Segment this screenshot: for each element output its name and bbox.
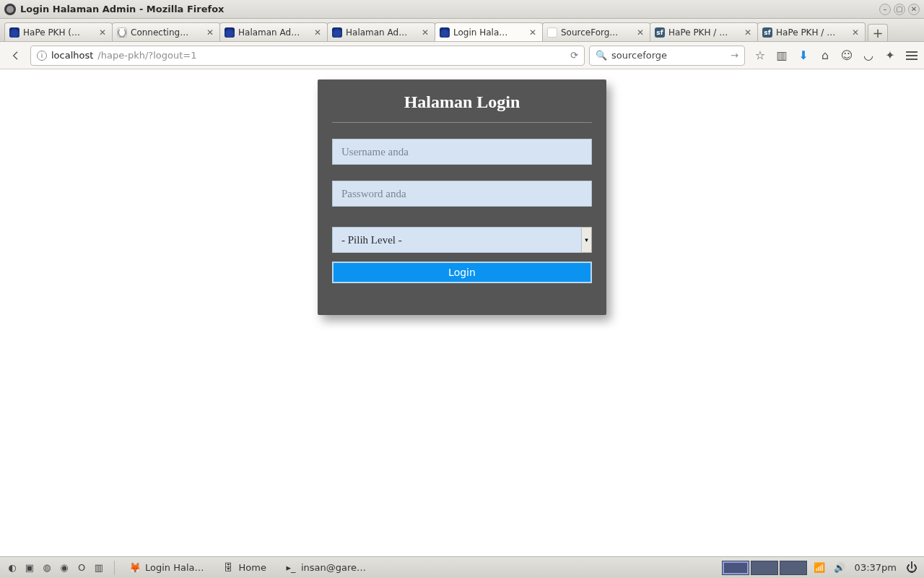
reload-icon[interactable]: ⟳ — [570, 50, 578, 61]
url-bar[interactable]: i localhost/hape-pkh/?logout=1 ⟳ — [30, 46, 585, 66]
tab-sourceforge[interactable]: M SourceForg… ✕ — [542, 22, 650, 41]
navigation-toolbar: i localhost/hape-pkh/?logout=1 ⟳ 🔍 sourc… — [0, 42, 924, 69]
close-tab-icon[interactable]: ✕ — [635, 27, 645, 38]
close-tab-icon[interactable]: ✕ — [97, 27, 108, 38]
clock[interactable]: 03:37pm — [852, 562, 899, 573]
tab-hape-pkh[interactable]: HaPe PKH (… ✕ — [4, 22, 113, 41]
window-title: Login Halaman Admin - Mozilla Firefox — [20, 4, 224, 14]
addon-icon[interactable]: ✦ — [884, 49, 897, 62]
menu-icon[interactable] — [905, 49, 918, 62]
task-label: Home — [239, 562, 266, 573]
tab-label: HaPe PKH / … — [668, 27, 743, 38]
close-tab-icon[interactable]: ✕ — [743, 27, 753, 38]
close-window-button[interactable]: ✕ — [908, 4, 920, 15]
search-icon: 🔍 — [596, 50, 607, 61]
pocket-icon[interactable]: ◡ — [862, 49, 875, 62]
home-icon[interactable]: ⌂ — [819, 49, 832, 62]
close-tab-icon[interactable]: ✕ — [528, 27, 538, 38]
firefox-launcher-icon[interactable]: ◉ — [56, 560, 72, 576]
minimize-button[interactable]: – — [879, 4, 891, 15]
volume-icon[interactable]: 🔊 — [832, 560, 847, 576]
workspace-1[interactable] — [722, 561, 749, 575]
bookmark-star-icon[interactable]: ☆ — [754, 49, 767, 62]
browser-icon[interactable]: ◍ — [39, 560, 55, 576]
tab-halaman-2[interactable]: Halaman Ad… ✕ — [327, 22, 435, 41]
toolbar-icons: ☆ ▥ ⬇ ⌂ ☺ ◡ ✦ — [754, 49, 918, 62]
gmail-icon: M — [547, 27, 557, 38]
show-desktop-icon[interactable]: ▣ — [22, 560, 38, 576]
new-tab-button[interactable]: + — [868, 24, 888, 41]
system-tray: 📶 🔊 03:37pm ⏻ — [722, 560, 920, 576]
favicon-icon — [9, 27, 19, 38]
task-terminal[interactable]: ▸_ insan@gare… — [278, 559, 373, 577]
sf-icon: sf — [655, 27, 665, 38]
workspace-2[interactable] — [751, 561, 778, 575]
search-value: sourceforge — [611, 50, 667, 61]
task-label: insan@gare… — [301, 562, 366, 573]
quicklaunch: ◐ ▣ ◍ ◉ O ▥ — [4, 560, 107, 576]
close-tab-icon[interactable]: ✕ — [850, 27, 860, 38]
search-bar[interactable]: 🔍 sourceforge → — [589, 46, 745, 66]
loading-icon — [117, 27, 127, 38]
workspace-pager[interactable] — [722, 561, 807, 575]
tab-strip: HaPe PKH (… ✕ Connecting… ✕ Halaman Ad… … — [0, 19, 924, 42]
login-card: Halaman Login Username anda Password and… — [318, 79, 606, 315]
username-input[interactable]: Username anda — [332, 139, 592, 165]
library-icon[interactable]: ▥ — [775, 49, 788, 62]
tab-label: HaPe PKH / … — [776, 27, 850, 38]
close-tab-icon[interactable]: ✕ — [313, 27, 323, 38]
files-icon: 🗄 — [223, 562, 235, 574]
search-go-icon[interactable]: → — [731, 50, 738, 61]
power-icon[interactable]: ⏻ — [904, 560, 920, 576]
login-button[interactable]: Login — [332, 262, 592, 283]
task-label: Login Hala… — [145, 562, 204, 573]
page-viewport: Halaman Login Username anda Password and… — [0, 69, 924, 556]
url-host: localhost — [51, 50, 93, 61]
maximize-button[interactable]: ▢ — [894, 4, 905, 15]
workspace-3[interactable] — [780, 561, 807, 575]
chevron-down-icon[interactable]: ▾ — [582, 227, 592, 253]
back-button[interactable] — [6, 46, 26, 66]
separator — [114, 561, 115, 575]
sf-icon: sf — [762, 27, 772, 38]
level-select-wrap: - Pilih Level - ▾ — [332, 227, 592, 253]
level-select[interactable]: - Pilih Level - — [332, 227, 582, 253]
favicon-icon — [225, 27, 235, 38]
site-info-icon[interactable]: i — [37, 51, 47, 61]
os-taskbar: ◐ ▣ ◍ ◉ O ▥ 🦊 Login Hala… 🗄 Home ▸_ insa… — [0, 556, 924, 578]
wifi-icon[interactable]: 📶 — [811, 560, 827, 576]
downloads-icon[interactable]: ⬇ — [797, 49, 810, 62]
tab-connecting[interactable]: Connecting… ✕ — [112, 22, 220, 41]
tab-label: Connecting… — [131, 27, 205, 38]
terminal-icon: ▸_ — [285, 562, 297, 574]
chat-icon[interactable]: ☺ — [840, 49, 853, 62]
arrow-left-icon — [10, 50, 22, 61]
task-files[interactable]: 🗄 Home — [216, 559, 274, 577]
tab-label: Halaman Ad… — [346, 27, 420, 38]
firefox-icon — [4, 4, 16, 15]
tab-halaman-1[interactable]: Halaman Ad… ✕ — [219, 22, 328, 41]
opera-icon[interactable]: O — [74, 560, 90, 576]
task-firefox[interactable]: 🦊 Login Hala… — [122, 559, 212, 577]
close-tab-icon[interactable]: ✕ — [205, 27, 215, 38]
tab-label: Halaman Ad… — [238, 27, 313, 38]
tab-sf-1[interactable]: sf HaPe PKH / … ✕ — [650, 22, 758, 41]
tab-label: SourceForg… — [561, 27, 635, 38]
tab-label: Login Hala… — [453, 27, 528, 38]
terminal-launcher-icon[interactable]: ▥ — [91, 560, 107, 576]
firefox-icon: 🦊 — [129, 562, 141, 574]
tab-login-active[interactable]: Login Hala… ✕ — [435, 22, 543, 41]
window-titlebar: Login Halaman Admin - Mozilla Firefox – … — [0, 0, 924, 19]
window-controls: – ▢ ✕ — [879, 4, 920, 15]
favicon-icon — [440, 27, 450, 38]
menu-launcher-icon[interactable]: ◐ — [4, 560, 20, 576]
login-heading: Halaman Login — [332, 90, 592, 123]
tab-label: HaPe PKH (… — [23, 27, 97, 38]
tab-sf-2[interactable]: sf HaPe PKH / … ✕ — [757, 22, 866, 41]
close-tab-icon[interactable]: ✕ — [420, 27, 430, 38]
url-path: /hape-pkh/?logout=1 — [97, 50, 196, 61]
favicon-icon — [332, 27, 342, 38]
password-input[interactable]: Password anda — [332, 181, 592, 207]
